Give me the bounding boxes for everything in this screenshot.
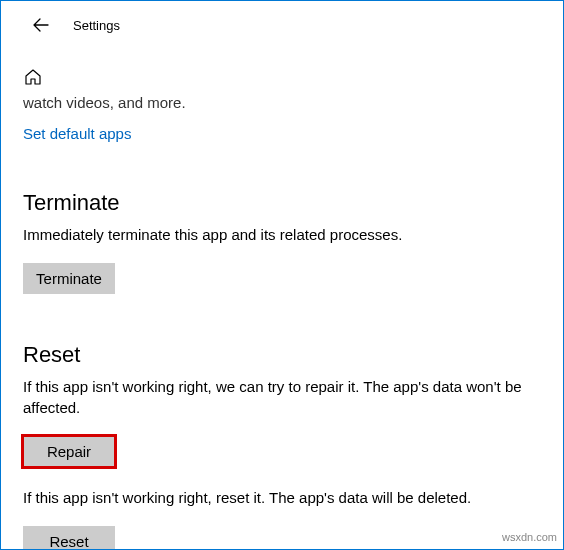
- terminate-description: Immediately terminate this app and its r…: [23, 224, 541, 245]
- back-arrow-icon: [33, 17, 49, 33]
- set-default-apps-link[interactable]: Set default apps: [23, 125, 131, 142]
- settings-content: watch videos, and more. Set default apps…: [1, 45, 563, 550]
- repair-description: If this app isn't working right, we can …: [23, 376, 541, 418]
- back-button[interactable]: [29, 13, 53, 37]
- watermark-text: wsxdn.com: [502, 531, 557, 543]
- page-title: Settings: [73, 18, 120, 33]
- repair-button[interactable]: Repair: [23, 436, 115, 467]
- reset-heading: Reset: [23, 342, 541, 368]
- reset-description: If this app isn't working right, reset i…: [23, 487, 541, 508]
- home-icon: [23, 67, 43, 87]
- terminate-button[interactable]: Terminate: [23, 263, 115, 294]
- window-header: Settings: [1, 1, 563, 45]
- terminate-heading: Terminate: [23, 190, 541, 216]
- reset-button[interactable]: Reset: [23, 526, 115, 550]
- truncated-description: watch videos, and more.: [23, 94, 541, 111]
